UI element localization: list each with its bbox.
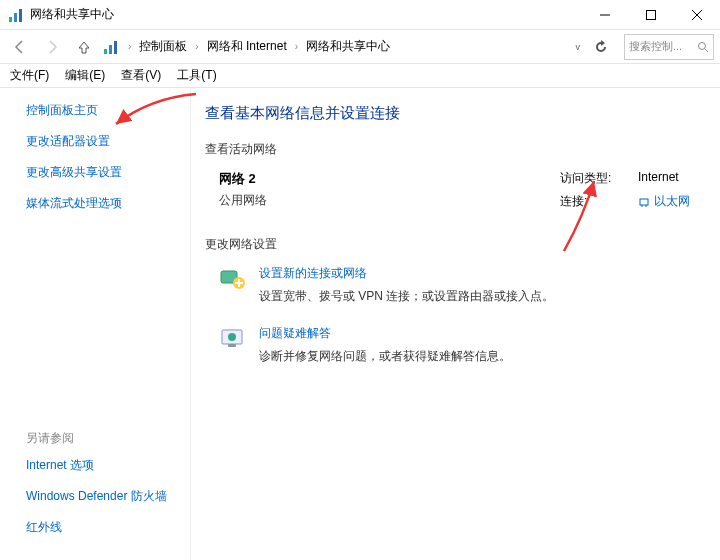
svg-rect-4 — [647, 10, 656, 19]
change-settings-label: 更改网络设置 — [205, 236, 690, 253]
sidebar-link-home[interactable]: 控制面板主页 — [26, 102, 190, 119]
navbar: › 控制面板 › 网络和 Internet › 网络和共享中心 v 搜索控制..… — [0, 30, 720, 64]
task2-title: 问题疑难解答 — [259, 325, 511, 342]
chevron-down-icon[interactable]: v — [576, 42, 581, 52]
menu-view[interactable]: 查看(V) — [121, 67, 161, 84]
task1-title: 设置新的连接或网络 — [259, 265, 554, 282]
maximize-button[interactable] — [628, 0, 674, 30]
network-name: 网络 2 — [219, 170, 560, 188]
svg-rect-1 — [14, 13, 17, 22]
chevron-right-icon: › — [195, 41, 198, 52]
breadcrumb-item[interactable]: 网络和共享中心 — [304, 36, 392, 57]
menu-file[interactable]: 文件(F) — [10, 67, 49, 84]
svg-point-19 — [228, 333, 236, 341]
svg-line-11 — [705, 49, 708, 52]
breadcrumb[interactable]: › 控制面板 › 网络和 Internet › 网络和共享中心 — [124, 36, 570, 57]
menubar: 文件(F) 编辑(E) 查看(V) 工具(T) — [0, 64, 720, 88]
task2-desc: 诊断并修复网络问题，或者获得疑难解答信息。 — [259, 348, 511, 365]
location-icon — [102, 38, 120, 56]
task-troubleshoot[interactable]: 问题疑难解答 诊断并修复网络问题，或者获得疑难解答信息。 — [219, 325, 690, 365]
menu-tools[interactable]: 工具(T) — [177, 67, 216, 84]
titlebar: 网络和共享中心 — [0, 0, 720, 30]
svg-point-10 — [699, 42, 706, 49]
chevron-right-icon: › — [295, 41, 298, 52]
search-icon — [697, 41, 709, 53]
breadcrumb-item[interactable]: 网络和 Internet — [205, 36, 289, 57]
svg-rect-2 — [19, 9, 22, 22]
search-placeholder: 搜索控制... — [629, 39, 697, 54]
breadcrumb-item[interactable]: 控制面板 — [137, 36, 189, 57]
sidebar-link-defender[interactable]: Windows Defender 防火墙 — [26, 488, 190, 505]
connection-value: 以太网 — [654, 193, 690, 210]
task1-desc: 设置宽带、拨号或 VPN 连接；或设置路由器或接入点。 — [259, 288, 554, 305]
refresh-button[interactable] — [588, 34, 614, 60]
svg-rect-12 — [640, 199, 648, 205]
search-input[interactable]: 搜索控制... — [624, 34, 714, 60]
main-content: 查看基本网络信息并设置连接 查看活动网络 网络 2 公用网络 访问类型: Int… — [190, 88, 720, 560]
app-icon — [8, 7, 24, 23]
page-heading: 查看基本网络信息并设置连接 — [205, 104, 690, 123]
connection-link[interactable]: 以太网 — [638, 193, 690, 210]
svg-rect-0 — [9, 17, 12, 22]
sidebar-link-advanced[interactable]: 更改高级共享设置 — [26, 164, 190, 181]
sidebar: 控制面板主页 更改适配器设置 更改高级共享设置 媒体流式处理选项 另请参阅 In… — [0, 88, 190, 560]
access-type-value: Internet — [638, 170, 679, 187]
window-title: 网络和共享中心 — [30, 6, 582, 23]
up-button[interactable] — [70, 34, 98, 60]
network-block: 网络 2 公用网络 访问类型: Internet 连接: 以太网 — [219, 170, 690, 210]
menu-edit[interactable]: 编辑(E) — [65, 67, 105, 84]
svg-rect-9 — [114, 41, 117, 54]
svg-rect-8 — [109, 45, 112, 54]
new-connection-icon — [219, 265, 247, 293]
svg-rect-7 — [104, 49, 107, 54]
back-button[interactable] — [6, 34, 34, 60]
svg-rect-18 — [228, 344, 236, 347]
forward-button[interactable] — [38, 34, 66, 60]
troubleshoot-icon — [219, 325, 247, 353]
minimize-button[interactable] — [582, 0, 628, 30]
access-type-label: 访问类型: — [560, 170, 620, 187]
sidebar-link-adapter[interactable]: 更改适配器设置 — [26, 133, 190, 150]
task-new-connection[interactable]: 设置新的连接或网络 设置宽带、拨号或 VPN 连接；或设置路由器或接入点。 — [219, 265, 690, 305]
network-type: 公用网络 — [219, 192, 560, 209]
sidebar-link-media[interactable]: 媒体流式处理选项 — [26, 195, 190, 212]
sidebar-link-internet-options[interactable]: Internet 选项 — [26, 457, 190, 474]
connection-label: 连接: — [560, 193, 620, 210]
ethernet-icon — [638, 196, 650, 208]
see-also-header: 另请参阅 — [26, 430, 190, 447]
close-button[interactable] — [674, 0, 720, 30]
sidebar-link-infrared[interactable]: 红外线 — [26, 519, 190, 536]
active-networks-label: 查看活动网络 — [205, 141, 690, 158]
chevron-right-icon: › — [128, 41, 131, 52]
